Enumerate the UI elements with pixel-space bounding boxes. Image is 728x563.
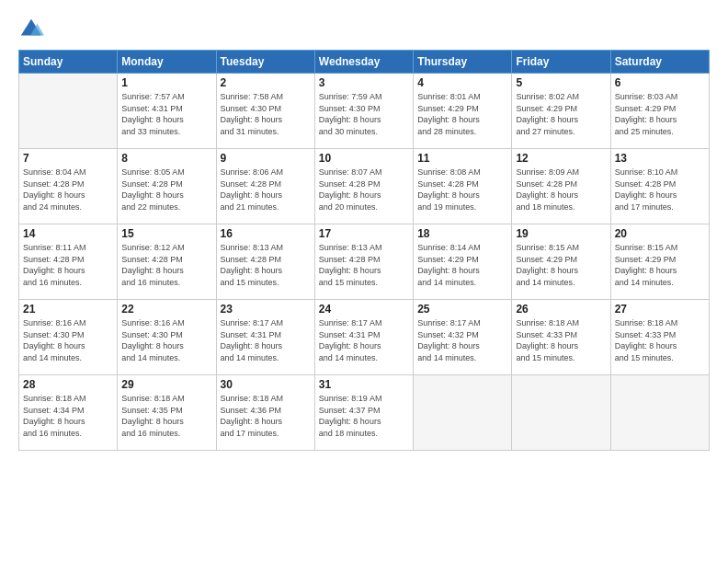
day-info: Sunrise: 8:04 AM Sunset: 4:28 PM Dayligh… [23,167,113,213]
day-number: 9 [221,152,311,165]
day-info: Sunrise: 8:05 AM Sunset: 4:28 PM Dayligh… [121,167,211,213]
day-info: Sunrise: 8:13 AM Sunset: 4:28 PM Dayligh… [221,242,311,288]
calendar-cell: 12Sunrise: 8:09 AM Sunset: 4:28 PM Dayli… [512,149,610,224]
day-info: Sunrise: 8:13 AM Sunset: 4:28 PM Dayligh… [319,242,409,288]
day-number: 7 [23,152,113,165]
calendar: SundayMondayTuesdayWednesdayThursdayFrid… [18,50,710,451]
page: SundayMondayTuesdayWednesdayThursdayFrid… [0,0,728,563]
day-number: 10 [319,152,409,165]
calendar-cell: 19Sunrise: 8:15 AM Sunset: 4:29 PM Dayli… [512,224,610,300]
day-info: Sunrise: 8:17 AM Sunset: 4:31 PM Dayligh… [319,317,409,363]
day-number: 23 [221,303,311,316]
day-number: 17 [319,227,409,240]
calendar-week-row: 7Sunrise: 8:04 AM Sunset: 4:28 PM Daylig… [19,149,710,224]
day-info: Sunrise: 8:18 AM Sunset: 4:35 PM Dayligh… [121,393,211,439]
day-info: Sunrise: 8:16 AM Sunset: 4:30 PM Dayligh… [121,317,211,363]
day-number: 6 [615,76,705,89]
weekday-header: Wednesday [314,51,413,74]
weekday-header: Sunday [19,51,118,74]
day-info: Sunrise: 8:06 AM Sunset: 4:28 PM Dayligh… [221,167,311,213]
weekday-header: Friday [512,51,610,74]
day-number: 3 [319,76,409,89]
day-number: 12 [516,152,606,165]
calendar-cell: 2Sunrise: 7:58 AM Sunset: 4:30 PM Daylig… [216,74,314,149]
day-info: Sunrise: 8:18 AM Sunset: 4:33 PM Dayligh… [516,317,606,363]
day-info: Sunrise: 8:19 AM Sunset: 4:37 PM Dayligh… [319,393,409,439]
day-number: 4 [417,76,507,89]
day-number: 1 [121,76,211,89]
day-number: 5 [516,76,606,89]
calendar-cell: 3Sunrise: 7:59 AM Sunset: 4:30 PM Daylig… [314,74,413,149]
calendar-cell: 26Sunrise: 8:18 AM Sunset: 4:33 PM Dayli… [512,300,610,375]
header [18,17,710,42]
weekday-header-row: SundayMondayTuesdayWednesdayThursdayFrid… [19,51,710,74]
day-info: Sunrise: 8:16 AM Sunset: 4:30 PM Dayligh… [23,317,113,363]
day-info: Sunrise: 8:01 AM Sunset: 4:29 PM Dayligh… [417,91,507,137]
calendar-cell: 18Sunrise: 8:14 AM Sunset: 4:29 PM Dayli… [414,224,512,300]
day-info: Sunrise: 7:58 AM Sunset: 4:30 PM Dayligh… [221,91,311,137]
day-info: Sunrise: 8:09 AM Sunset: 4:28 PM Dayligh… [516,167,606,213]
calendar-week-row: 14Sunrise: 8:11 AM Sunset: 4:28 PM Dayli… [19,224,710,300]
calendar-cell: 9Sunrise: 8:06 AM Sunset: 4:28 PM Daylig… [216,149,314,224]
calendar-week-row: 21Sunrise: 8:16 AM Sunset: 4:30 PM Dayli… [19,300,710,375]
weekday-header: Saturday [610,51,709,74]
calendar-cell: 11Sunrise: 8:08 AM Sunset: 4:28 PM Dayli… [414,149,512,224]
day-info: Sunrise: 7:57 AM Sunset: 4:31 PM Dayligh… [121,91,211,137]
day-number: 26 [516,303,606,316]
weekday-header: Tuesday [216,51,314,74]
calendar-cell: 20Sunrise: 8:15 AM Sunset: 4:29 PM Dayli… [610,224,709,300]
calendar-cell [512,375,610,451]
day-number: 20 [615,227,705,240]
day-info: Sunrise: 8:14 AM Sunset: 4:29 PM Dayligh… [417,242,507,288]
day-number: 25 [417,303,507,316]
calendar-cell: 5Sunrise: 8:02 AM Sunset: 4:29 PM Daylig… [512,74,610,149]
calendar-cell: 7Sunrise: 8:04 AM Sunset: 4:28 PM Daylig… [19,149,118,224]
day-info: Sunrise: 8:15 AM Sunset: 4:29 PM Dayligh… [516,242,606,288]
calendar-week-row: 28Sunrise: 8:18 AM Sunset: 4:34 PM Dayli… [19,375,710,451]
calendar-cell: 29Sunrise: 8:18 AM Sunset: 4:35 PM Dayli… [118,375,216,451]
day-number: 22 [121,303,211,316]
day-number: 11 [417,152,507,165]
day-info: Sunrise: 8:17 AM Sunset: 4:31 PM Dayligh… [221,317,311,363]
day-info: Sunrise: 8:03 AM Sunset: 4:29 PM Dayligh… [615,91,705,137]
day-info: Sunrise: 7:59 AM Sunset: 4:30 PM Dayligh… [319,91,409,137]
day-info: Sunrise: 8:15 AM Sunset: 4:29 PM Dayligh… [615,242,705,288]
calendar-cell: 15Sunrise: 8:12 AM Sunset: 4:28 PM Dayli… [118,224,216,300]
day-number: 19 [516,227,606,240]
day-info: Sunrise: 8:18 AM Sunset: 4:33 PM Dayligh… [615,317,705,363]
calendar-cell: 16Sunrise: 8:13 AM Sunset: 4:28 PM Dayli… [216,224,314,300]
day-number: 16 [221,227,311,240]
day-number: 24 [319,303,409,316]
calendar-cell: 25Sunrise: 8:17 AM Sunset: 4:32 PM Dayli… [414,300,512,375]
day-number: 30 [221,378,311,391]
calendar-cell: 4Sunrise: 8:01 AM Sunset: 4:29 PM Daylig… [414,74,512,149]
calendar-week-row: 1Sunrise: 7:57 AM Sunset: 4:31 PM Daylig… [19,74,710,149]
day-info: Sunrise: 8:17 AM Sunset: 4:32 PM Dayligh… [417,317,507,363]
day-number: 21 [23,303,113,316]
day-info: Sunrise: 8:18 AM Sunset: 4:36 PM Dayligh… [221,393,311,439]
calendar-cell: 30Sunrise: 8:18 AM Sunset: 4:36 PM Dayli… [216,375,314,451]
calendar-cell: 6Sunrise: 8:03 AM Sunset: 4:29 PM Daylig… [610,74,709,149]
day-info: Sunrise: 8:12 AM Sunset: 4:28 PM Dayligh… [121,242,211,288]
calendar-cell: 31Sunrise: 8:19 AM Sunset: 4:37 PM Dayli… [314,375,413,451]
calendar-cell: 1Sunrise: 7:57 AM Sunset: 4:31 PM Daylig… [118,74,216,149]
logo [18,17,48,42]
day-number: 14 [23,227,113,240]
day-info: Sunrise: 8:08 AM Sunset: 4:28 PM Dayligh… [417,167,507,213]
calendar-cell: 22Sunrise: 8:16 AM Sunset: 4:30 PM Dayli… [118,300,216,375]
day-number: 8 [121,152,211,165]
day-number: 15 [121,227,211,240]
day-number: 31 [319,378,409,391]
calendar-cell: 8Sunrise: 8:05 AM Sunset: 4:28 PM Daylig… [118,149,216,224]
logo-icon [18,17,44,42]
calendar-cell [610,375,709,451]
day-info: Sunrise: 8:10 AM Sunset: 4:28 PM Dayligh… [615,167,705,213]
weekday-header: Thursday [414,51,512,74]
calendar-cell [19,74,118,149]
weekday-header: Monday [118,51,216,74]
calendar-cell: 14Sunrise: 8:11 AM Sunset: 4:28 PM Dayli… [19,224,118,300]
calendar-cell: 28Sunrise: 8:18 AM Sunset: 4:34 PM Dayli… [19,375,118,451]
day-number: 28 [23,378,113,391]
calendar-cell: 21Sunrise: 8:16 AM Sunset: 4:30 PM Dayli… [19,300,118,375]
calendar-cell: 24Sunrise: 8:17 AM Sunset: 4:31 PM Dayli… [314,300,413,375]
